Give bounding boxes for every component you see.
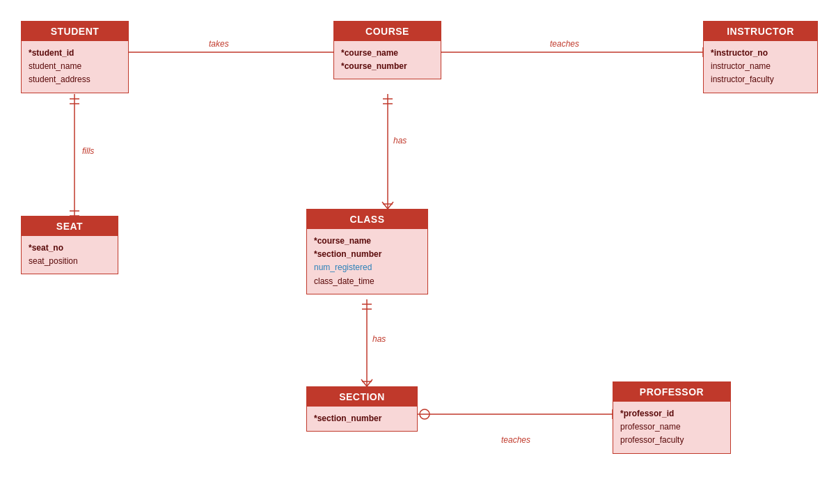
course-attr-1: *course_name (341, 47, 434, 60)
entity-class-header: CLASS (307, 210, 427, 229)
student-attr-3: student_address (29, 73, 121, 86)
course-attr-2: *course_number (341, 60, 434, 73)
entity-course-body: *course_name *course_number (334, 41, 441, 79)
label-teaches-professor: teaches (501, 435, 530, 445)
class-attr-1: *course_name (314, 235, 420, 248)
entity-professor-header: PROFESSOR (613, 382, 730, 402)
student-attr-1: *student_id (29, 47, 121, 60)
class-attr-2: *section_number (314, 248, 420, 261)
entity-instructor-body: *instructor_no instructor_name instructo… (704, 41, 817, 93)
student-attr-2: student_name (29, 60, 121, 73)
class-attr-4: class_date_time (314, 275, 420, 288)
entity-class-body: *course_name *section_number num_registe… (307, 229, 427, 294)
label-has-class-section: has (372, 334, 386, 344)
entity-seat-body: *seat_no seat_position (22, 236, 118, 274)
entity-class: CLASS *course_name *section_number num_r… (306, 209, 428, 294)
diagram-canvas: takes teaches fills has has teaches STUD… (0, 0, 836, 504)
entity-section-header: SECTION (307, 387, 417, 407)
entity-instructor: INSTRUCTOR *instructor_no instructor_nam… (703, 21, 818, 93)
svg-line-27 (361, 379, 367, 386)
entity-seat: SEAT *seat_no seat_position (21, 216, 118, 274)
seat-attr-1: *seat_no (29, 242, 111, 255)
label-has-course-class: has (393, 136, 407, 145)
professor-attr-2: professor_name (620, 420, 723, 434)
label-takes: takes (209, 39, 229, 49)
entity-professor-body: *professor_id professor_name professor_f… (613, 402, 730, 453)
professor-attr-1: *professor_id (620, 407, 723, 420)
professor-attr-3: professor_faculty (620, 434, 723, 447)
entity-professor: PROFESSOR *professor_id professor_name p… (613, 381, 731, 454)
entity-section-body: *section_number (307, 407, 417, 431)
instructor-attr-1: *instructor_no (711, 47, 810, 60)
svg-line-22 (388, 202, 393, 209)
instructor-attr-2: instructor_name (711, 60, 810, 73)
svg-line-28 (367, 379, 372, 386)
class-attr-3: num_registered (314, 261, 420, 274)
label-fills: fills (82, 146, 94, 156)
entity-student-header: STUDENT (22, 22, 128, 41)
instructor-attr-3: instructor_faculty (711, 73, 810, 86)
entity-instructor-header: INSTRUCTOR (704, 22, 817, 41)
label-teaches-instructor: teaches (550, 39, 579, 49)
entity-course: COURSE *course_name *course_number (333, 21, 441, 79)
seat-attr-2: seat_position (29, 255, 111, 268)
svg-line-21 (382, 202, 388, 209)
entity-section: SECTION *section_number (306, 386, 418, 432)
entity-student: STUDENT *student_id student_name student… (21, 21, 129, 93)
entity-course-header: COURSE (334, 22, 441, 41)
svg-point-31 (420, 409, 429, 419)
entity-student-body: *student_id student_name student_address (22, 41, 128, 93)
entity-seat-header: SEAT (22, 216, 118, 236)
section-attr-1: *section_number (314, 412, 410, 425)
